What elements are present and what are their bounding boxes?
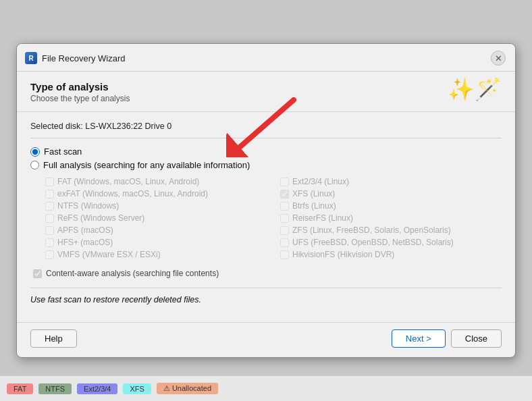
taskbar-ntfs: NTFS [38,383,72,394]
body: Selected disk: LS-WXL236:22 Drive 0 Fast… [17,112,515,322]
header-section: Type of analysis Choose the type of anal… [17,72,515,112]
fs-reiserfs-label: ReiserFS (Linux) [292,213,353,223]
fs-refs-checkbox[interactable] [45,214,54,223]
header-text: Type of analysis Choose the type of anal… [30,81,130,103]
fs-fat: FAT (Windows, macOS, Linux, Android) [45,176,267,188]
fs-hikvision-checkbox[interactable] [280,250,289,259]
taskbar-ext234: Ext2/3/4 [77,383,117,394]
fs-apfs-label: APFS (macOS) [57,225,113,235]
fast-scan-radio[interactable] [30,147,40,157]
full-analysis-label: Full analysis (searching for any availab… [43,160,250,170]
fs-ufs-label: UFS (FreeBSD, OpenBSD, NetBSD, Solaris) [292,238,454,247]
fast-scan-label: Fast scan [44,146,82,157]
fs-hfsplus-label: HFS+ (macOS) [57,238,113,247]
fs-hfsplus-checkbox[interactable] [45,238,54,247]
title-bar: R File Recovery Wizard ✕ [17,44,515,72]
fs-ntfs-label: NTFS (Windows) [57,201,119,211]
fs-zfs-label: ZFS (Linux, FreeBSD, Solaris, OpenSolari… [292,225,451,235]
taskbar-fat: FAT [7,383,33,394]
dialog: R File Recovery Wizard ✕ Type of analysi… [16,43,516,358]
fast-scan-option[interactable]: Fast scan [30,146,502,157]
filesystems-grid: FAT (Windows, macOS, Linux, Android) exF… [45,176,502,261]
fs-hfsplus: HFS+ (macOS) [45,236,267,248]
fs-hikvision-label: HikvisionFS (Hikvision DVR) [292,250,394,259]
title-bar-left: R File Recovery Wizard [25,52,126,64]
taskbar-xfs: XFS [123,383,151,394]
fs-fat-checkbox[interactable] [45,178,54,186]
fs-xfs: XFS (Linux) [280,188,502,200]
content-aware-option: Content-aware analysis (searching file c… [33,269,502,278]
fs-ext234: Ext2/3/4 (Linux) [280,176,502,188]
fs-refs-label: ReFS (Windows Server) [57,213,144,223]
footer: Help Next > Close [17,322,515,357]
fs-btrfs-label: Btrfs (Linux) [292,201,336,211]
fast-scan-note: Use fast scan to restore recently delete… [30,288,502,304]
selected-disk-label: Selected disk: LS-WXL236:22 Drive 0 [30,122,502,138]
fs-vmfs: VMFS (VMware ESX / ESXi) [45,248,267,261]
close-x-button[interactable]: ✕ [491,51,506,65]
fs-ufs: UFS (FreeBSD, OpenBSD, NetBSD, Solaris) [280,236,502,248]
content-aware-checkbox[interactable] [33,269,42,278]
fs-btrfs: Btrfs (Linux) [280,200,502,212]
next-button[interactable]: Next > [392,329,446,348]
fs-xfs-checkbox[interactable] [280,190,289,198]
fs-exfat-label: exFAT (Windows, macOS, Linux, Android) [57,189,208,198]
dialog-title: File Recovery Wizard [42,53,126,63]
app-icon: R [25,52,37,64]
fs-refs: ReFS (Windows Server) [45,212,267,224]
full-analysis-option[interactable]: Full analysis (searching for any availab… [30,160,502,170]
fs-apfs-checkbox[interactable] [45,226,54,235]
fs-reiserfs: ReiserFS (Linux) [280,212,502,224]
analysis-type-title: Type of analysis [30,81,130,92]
fs-ntfs-checkbox[interactable] [45,202,54,211]
fs-ufs-checkbox[interactable] [280,238,289,247]
fs-ntfs: NTFS (Windows) [45,200,267,212]
fs-apfs: APFS (macOS) [45,224,267,236]
fs-left-col: FAT (Windows, macOS, Linux, Android) exF… [45,176,267,261]
fs-zfs: ZFS (Linux, FreeBSD, Solaris, OpenSolari… [280,224,502,236]
fs-fat-label: FAT (Windows, macOS, Linux, Android) [57,177,199,186]
fs-vmfs-label: VMFS (VMware ESX / ESXi) [57,250,161,259]
analysis-type-subtitle: Choose the type of analysis [30,94,130,103]
fs-reiserfs-checkbox[interactable] [280,214,289,223]
fs-ext234-label: Ext2/3/4 (Linux) [292,177,349,186]
fs-exfat-checkbox[interactable] [45,190,54,198]
close-button[interactable]: Close [451,329,502,348]
fs-ext234-checkbox[interactable] [280,178,289,186]
fs-exfat: exFAT (Windows, macOS, Linux, Android) [45,188,267,200]
wizard-icon: ✨🪄 [448,78,502,100]
footer-right: Next > Close [392,329,502,348]
fs-hikvision: HikvisionFS (Hikvision DVR) [280,248,502,261]
fs-xfs-label: XFS (Linux) [292,189,335,198]
fs-vmfs-checkbox[interactable] [45,250,54,259]
fs-btrfs-checkbox[interactable] [280,202,289,211]
content-aware-label: Content-aware analysis (searching file c… [46,269,219,278]
footer-left: Help [30,329,77,348]
full-analysis-radio[interactable] [30,161,39,169]
fs-zfs-checkbox[interactable] [280,226,289,235]
taskbar-unallocated: ⚠ Unallocated [157,383,218,394]
help-button[interactable]: Help [30,329,77,348]
fs-right-col: Ext2/3/4 (Linux) XFS (Linux) Btrfs (Linu… [280,176,502,261]
